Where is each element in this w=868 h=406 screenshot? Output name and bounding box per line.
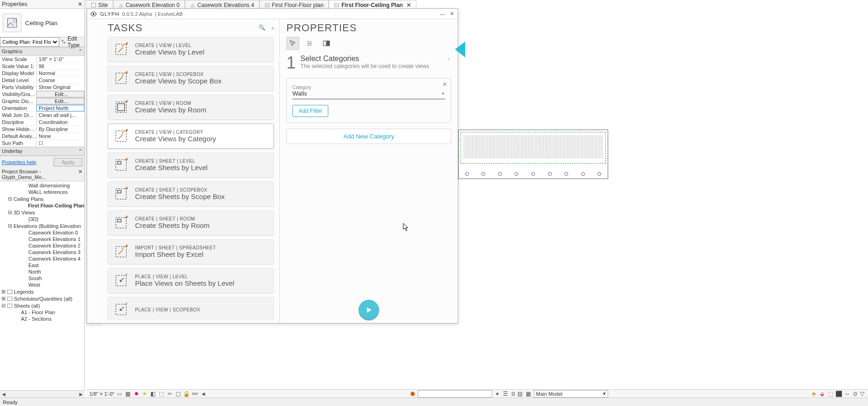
crop-region-icon[interactable]: ▢ — [175, 391, 182, 397]
filter-input[interactable] — [418, 390, 492, 398]
rendering-icon[interactable]: ⬚ — [158, 391, 165, 397]
underlay-section-header[interactable]: Underlay ⌃ — [0, 147, 84, 156]
tree-node[interactable]: {3D} — [0, 216, 84, 222]
property-row[interactable]: Display ModelNormal — [0, 70, 84, 77]
task-card[interactable]: IMPORT | SHEET | SPREADSHEETImport Sheet… — [108, 239, 274, 264]
tasks-list[interactable]: CREATE | VIEW | LEVELCreate Views by Lev… — [108, 37, 276, 320]
task-card[interactable]: CREATE | SHEET | SCOPEBOXCreate Sheets b… — [108, 181, 274, 206]
tree-node[interactable]: Casework Elevation 0 — [0, 229, 84, 236]
lock-icon[interactable]: 🔒 — [183, 391, 190, 397]
apply-button[interactable]: Apply — [54, 158, 82, 166]
reveal-icon[interactable]: ◄ — [200, 391, 207, 397]
select-face-icon[interactable]: ⬛ — [836, 391, 842, 397]
task-card[interactable]: CREATE | SHEET | LEVELCreate Sheets by L… — [108, 152, 274, 178]
sun-path-icon[interactable]: ☀ — [142, 391, 148, 397]
property-value[interactable]: Edit... — [36, 98, 84, 104]
shadows-icon[interactable]: ◧ — [150, 391, 156, 397]
tree-node[interactable]: West — [0, 282, 84, 288]
property-row[interactable]: Scale Value 1:96 — [0, 63, 84, 70]
close-icon[interactable]: ✕ — [78, 1, 82, 7]
properties-help-link[interactable]: Properties help — [2, 159, 36, 165]
tree-node[interactable]: ⊟Sheets (all) — [0, 302, 84, 309]
temp-hide-icon[interactable]: 👓 — [192, 391, 198, 397]
expand-icon[interactable]: ⊟ — [7, 209, 12, 215]
task-card[interactable]: CREATE | VIEW | ROOMCreate Views by Room — [108, 95, 274, 120]
close-icon[interactable]: ✕ — [407, 2, 411, 8]
add-icon[interactable]: ＋ — [270, 24, 276, 32]
tree-node[interactable]: ⊟Elevations (Building Elevation — [0, 222, 84, 229]
tree-node[interactable]: Casework Elevations 2 — [0, 242, 84, 249]
edit-type-button[interactable]: Edit Type — [59, 37, 84, 47]
search-icon[interactable]: 🔍 — [258, 24, 265, 32]
tree-node[interactable]: North — [0, 268, 84, 275]
visual-style-icon[interactable]: ✹ — [133, 391, 140, 397]
tree-node[interactable]: A1 - Floor Plan — [0, 309, 84, 316]
worksets-icon[interactable]: ▦ — [525, 391, 532, 397]
property-row[interactable]: Sun Path☐ — [0, 140, 84, 147]
property-value[interactable]: None — [36, 133, 84, 139]
expand-icon[interactable]: ⊞ — [1, 296, 6, 302]
view-tab[interactable]: Casework Elevations 4 — [185, 0, 259, 9]
property-value[interactable]: Show Original — [36, 84, 84, 90]
filter-funnel-icon[interactable]: ▽ — [859, 391, 865, 397]
tree-node[interactable]: South — [0, 275, 84, 282]
property-row[interactable]: Detail LevelCoarse — [0, 77, 84, 84]
tree-node[interactable]: First Floor-Ceiling Plan — [0, 202, 84, 209]
tree-node[interactable]: East — [0, 262, 84, 268]
task-card[interactable]: CREATE | VIEW | SCOPEBOXCreate Views by … — [108, 66, 274, 91]
expand-icon[interactable]: ⊟ — [1, 303, 6, 309]
selection-toggle-icon[interactable]: ⬢ — [409, 391, 416, 397]
property-row[interactable]: Show Hidden ...By Discipline — [0, 126, 84, 133]
expand-icon[interactable]: ⊟ — [7, 223, 12, 229]
tree-node[interactable]: Casework Elevations 3 — [0, 249, 84, 255]
property-value[interactable]: Clean all wall j... — [36, 112, 84, 118]
select-pinned-icon[interactable]: ⬚ — [827, 391, 834, 397]
property-value[interactable]: By Discipline — [36, 126, 84, 132]
tree-node[interactable]: ⊞Schedules/Quantities (all) — [0, 295, 84, 302]
view-tab[interactable]: Site — [86, 0, 113, 9]
tree-node[interactable]: ⊞Legends — [0, 288, 84, 295]
project-tree[interactable]: Wall dimensioningWALL references⊟Ceiling… — [0, 181, 84, 403]
property-row[interactable]: DisciplineCoordination — [0, 119, 84, 126]
property-row[interactable]: View Scale 1/8" = 1'-0" — [0, 56, 84, 63]
task-card[interactable]: CREATE | VIEW | CATEGORYCreate Views by … — [108, 124, 274, 149]
scroll-right-icon[interactable]: ► — [78, 391, 84, 398]
chevron-up-icon[interactable]: ⌃ — [447, 57, 451, 64]
view-tab[interactable]: First Floor-Floor plan — [259, 0, 329, 9]
filter-icon[interactable]: ▤ — [517, 391, 523, 397]
property-value[interactable]: Coordination — [36, 119, 84, 125]
detail-level-icon[interactable]: ▦ — [125, 391, 131, 397]
property-row[interactable]: Graphic Displ...Edit... — [0, 98, 84, 105]
tree-node[interactable]: ⊟Ceiling Plans — [0, 195, 84, 202]
property-value[interactable]: Coarse — [36, 77, 84, 83]
tab-settings[interactable] — [303, 37, 316, 50]
task-card[interactable]: CREATE | SHEET | ROOMCreate Sheets by Ro… — [108, 210, 274, 235]
run-button[interactable] — [359, 300, 379, 320]
main-model-selector[interactable]: Main Model▾ — [534, 390, 608, 398]
property-row[interactable]: OrientationProject North — [0, 105, 84, 112]
tree-node[interactable]: Wall dimensioning — [0, 182, 84, 189]
close-icon[interactable]: ✕ — [78, 169, 82, 180]
property-value[interactable]: Normal — [36, 70, 84, 76]
property-row[interactable]: Parts VisibilityShow Original — [0, 84, 84, 91]
property-row[interactable]: Visibility/Grap...Edit... — [0, 91, 84, 98]
tree-node[interactable]: Casework Elevations 1 — [0, 236, 84, 242]
property-row[interactable]: Default Analy...None — [0, 133, 84, 140]
add-filter-button[interactable]: Add Filter — [292, 105, 328, 117]
instance-selector[interactable]: Ceiling Plan: First Flo — [0, 37, 59, 47]
property-value[interactable]: 1/8" = 1'-0" — [36, 56, 84, 62]
crop-view-icon[interactable]: ✂ — [167, 391, 173, 397]
property-value[interactable]: Edit... — [36, 91, 84, 97]
select-links-icon[interactable]: ⬘ — [811, 391, 817, 397]
tree-node[interactable]: A2 - Sections — [0, 316, 84, 322]
tree-node[interactable]: Casework Elevations 4 — [0, 255, 84, 262]
collapse-icon[interactable]: ⌃ — [78, 48, 82, 55]
scale-display[interactable]: 1/8" = 1'-0" — [89, 391, 115, 397]
tab-select[interactable] — [286, 37, 299, 50]
type-selector[interactable]: Ceiling Plan — [0, 9, 84, 37]
scroll-left-icon[interactable]: ◄ — [1, 391, 7, 398]
view-tab[interactable]: Casework Elevation 0 — [113, 0, 185, 9]
property-value[interactable]: ☐ — [36, 140, 84, 146]
task-card[interactable]: CREATE | VIEW | LEVELCreate Views by Lev… — [108, 37, 274, 62]
collapse-panel-icon[interactable] — [455, 41, 465, 57]
